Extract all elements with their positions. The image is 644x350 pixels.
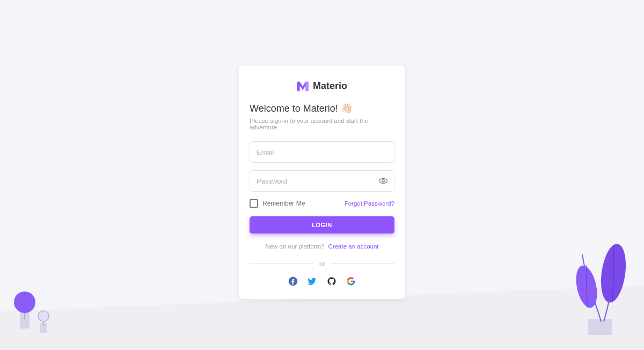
eye-icon[interactable]: [378, 176, 388, 186]
checkbox-icon: [250, 199, 258, 208]
brand-logo-row: Materio: [250, 81, 394, 92]
facebook-icon[interactable]: [288, 276, 298, 286]
google-icon[interactable]: [346, 276, 356, 286]
decorative-plant-right: [555, 233, 636, 340]
remember-forgot-row: Remember Me Forgot Password?: [250, 199, 394, 208]
signup-row: New on our platform? Create an account: [250, 243, 394, 250]
social-divider: or: [250, 258, 394, 268]
decorative-tree-left: [8, 283, 56, 337]
signup-prompt: New on our platform?: [265, 243, 324, 250]
password-field[interactable]: [250, 170, 394, 192]
email-field[interactable]: [250, 141, 394, 163]
login-button[interactable]: LOGIN: [250, 216, 394, 234]
svg-point-10: [382, 180, 385, 183]
email-field-wrap: [250, 141, 394, 163]
svg-rect-6: [588, 319, 612, 335]
password-field-wrap: [250, 170, 394, 192]
remember-me-checkbox-wrap[interactable]: Remember Me: [250, 199, 305, 208]
svg-point-9: [379, 179, 387, 184]
github-icon[interactable]: [327, 276, 336, 286]
forgot-password-link[interactable]: Forgot Password?: [345, 200, 394, 207]
login-subtext: Please sign-in to your account and start…: [250, 118, 394, 130]
svg-point-5: [38, 311, 49, 322]
create-account-link[interactable]: Create an account: [328, 243, 379, 250]
brand-name: Materio: [313, 81, 347, 92]
login-card: Materio Welcome to Materio! 👋🏻 Please si…: [239, 65, 405, 299]
divider-label: or: [313, 260, 331, 267]
remember-me-label: Remember Me: [262, 200, 305, 207]
brand-logo-icon: [297, 82, 309, 91]
social-login-row: [250, 276, 394, 286]
svg-point-2: [14, 291, 35, 313]
login-headline: Welcome to Materio! 👋🏻: [250, 103, 394, 114]
twitter-icon[interactable]: [308, 276, 317, 286]
